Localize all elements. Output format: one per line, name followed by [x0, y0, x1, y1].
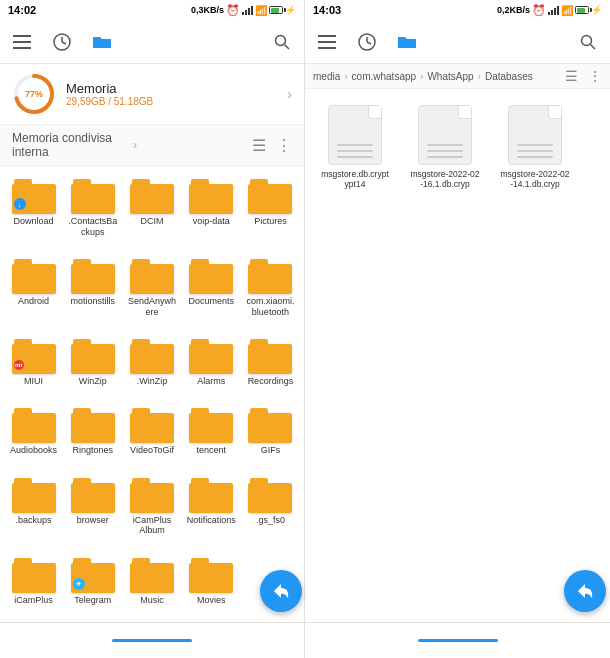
storage-info: 77% Memoria 29,59GB / 51.18GB › — [0, 64, 304, 125]
list-item[interactable]: DCIM — [122, 170, 181, 250]
list-item[interactable]: ↓ Download — [4, 170, 63, 250]
storage-title: Memoria — [66, 81, 277, 96]
list-item[interactable]: .ContactsBackups — [63, 170, 122, 250]
list-item[interactable]: ✈ Telegram — [63, 549, 122, 618]
db-files-grid: msgstore.db.cryptypt14 msgstore-2022-02-… — [305, 89, 610, 205]
signal-bars-left — [242, 6, 253, 15]
storage-chevron-icon[interactable]: › — [287, 86, 292, 102]
left-panel: 14:02 0,3KB/s ⏰ 📶 ⚡ — [0, 0, 305, 658]
storage-text: Memoria 29,59GB / 51.18GB — [66, 81, 277, 107]
list-item[interactable]: msgstore.db.cryptypt14 — [315, 105, 395, 189]
network-speed-right: 0,2KB/s — [497, 5, 530, 15]
section-header-chevron: › — [133, 138, 252, 152]
list-item[interactable]: msgstore-2022-02-14.1.db.cryp — [495, 105, 575, 189]
bottom-indicator-right — [418, 639, 498, 642]
list-item[interactable]: Pictures — [241, 170, 300, 250]
svg-rect-1 — [13, 41, 31, 43]
breadcrumb-com-whatsapp[interactable]: com.whatsapp — [352, 71, 416, 82]
svg-rect-11 — [318, 41, 336, 43]
list-item[interactable]: tencent — [182, 399, 241, 468]
list-item[interactable]: msgstore-2022-02-16.1.db.cryp — [405, 105, 485, 189]
status-bar-right: 14:03 0,2KB/s ⏰ 📶 ⚡ — [305, 0, 610, 20]
menu-button-right[interactable] — [313, 28, 341, 56]
list-item[interactable]: browser — [63, 469, 122, 549]
list-item[interactable]: VideoToGif — [122, 399, 181, 468]
search-button-right[interactable] — [574, 28, 602, 56]
alarm-icon: ⏰ — [226, 4, 240, 17]
list-item[interactable]: Music — [122, 549, 181, 618]
svg-line-5 — [62, 42, 66, 44]
folder-button-left[interactable] — [88, 28, 116, 56]
fab-left[interactable] — [260, 570, 302, 612]
toolbar-left — [0, 20, 304, 64]
section-header-label: Memoria condivisa interna — [12, 131, 131, 159]
status-icons-left: 0,3KB/s ⏰ 📶 ⚡ — [191, 4, 296, 17]
list-item[interactable]: voip-data — [182, 170, 241, 250]
list-item[interactable]: Android — [4, 250, 63, 330]
list-item[interactable]: iCamPlus Album — [122, 469, 181, 549]
list-item[interactable]: motionstills — [63, 250, 122, 330]
breadcrumb-whatsapp[interactable]: WhatsApp — [427, 71, 473, 82]
svg-rect-0 — [13, 35, 31, 37]
list-item[interactable]: Documents — [182, 250, 241, 330]
list-item[interactable]: com.xiaomi.bluetooth — [241, 250, 300, 330]
lightning-icon-right: ⚡ — [591, 5, 602, 15]
bottom-bar-left — [0, 622, 304, 658]
battery-icon-left — [269, 6, 283, 14]
list-item[interactable]: iCamPlus — [4, 549, 63, 618]
breadcrumb: media › com.whatsapp › WhatsApp › Databa… — [305, 64, 610, 89]
list-item[interactable]: Movies — [182, 549, 241, 618]
list-item[interactable]: Recordings — [241, 330, 300, 399]
bottom-bar-right — [305, 622, 610, 658]
svg-line-17 — [591, 44, 596, 49]
fab-right[interactable] — [564, 570, 606, 612]
signal-bars-right — [548, 6, 559, 15]
network-speed-left: 0,3KB/s — [191, 5, 224, 15]
time-right: 14:03 — [313, 4, 341, 16]
list-view-icon[interactable]: ☰ — [252, 136, 266, 155]
db-file-label-2: msgstore-2022-02-16.1.db.cryp — [410, 169, 480, 189]
folder-button-right[interactable] — [393, 28, 421, 56]
list-item[interactable]: SendAnywhere — [122, 250, 181, 330]
battery-fill-right — [577, 8, 585, 13]
status-icons-right: 0,2KB/s ⏰ 📶 ⚡ — [497, 4, 602, 17]
svg-rect-10 — [318, 35, 336, 37]
list-item[interactable]: mi MIUI — [4, 330, 63, 399]
db-file-icon-3 — [508, 105, 562, 165]
battery-icon-right — [575, 6, 589, 14]
status-bar-left: 14:02 0,3KB/s ⏰ 📶 ⚡ — [0, 0, 304, 20]
db-file-icon-2 — [418, 105, 472, 165]
battery-fill-left — [271, 8, 279, 13]
db-file-label-1: msgstore.db.cryptypt14 — [320, 169, 390, 189]
more-options-icon[interactable]: ⋮ — [276, 136, 292, 155]
list-item[interactable]: .backups — [4, 469, 63, 549]
history-button-left[interactable] — [48, 28, 76, 56]
right-spacer — [305, 205, 610, 622]
svg-point-6 — [276, 35, 286, 45]
svg-point-16 — [582, 35, 592, 45]
breadcrumb-databases[interactable]: Databases — [485, 71, 533, 82]
list-item[interactable]: .WinZip — [122, 330, 181, 399]
list-item[interactable]: Audiobooks — [4, 399, 63, 468]
svg-rect-2 — [13, 47, 31, 49]
wifi-icon-right: 📶 — [561, 5, 573, 16]
right-panel: 14:03 0,2KB/s ⏰ 📶 ⚡ — [305, 0, 610, 658]
breadcrumb-more-icon[interactable]: ⋮ — [588, 68, 602, 84]
time-left: 14:02 — [8, 4, 36, 16]
search-button-left[interactable] — [268, 28, 296, 56]
bottom-indicator-left — [112, 639, 192, 642]
alarm-icon-right: ⏰ — [532, 4, 546, 17]
list-item[interactable]: Alarms — [182, 330, 241, 399]
lightning-icon: ⚡ — [285, 5, 296, 15]
menu-button-left[interactable] — [8, 28, 36, 56]
list-toggle-icon[interactable]: ☰ — [565, 68, 578, 84]
list-item[interactable]: GIFs — [241, 399, 300, 468]
list-item[interactable]: Notifications — [182, 469, 241, 549]
svg-rect-12 — [318, 47, 336, 49]
list-item[interactable]: WinZip — [63, 330, 122, 399]
db-file-icon-1 — [328, 105, 382, 165]
history-button-right[interactable] — [353, 28, 381, 56]
list-item[interactable]: Ringtones — [63, 399, 122, 468]
list-item[interactable]: .gs_fs0 — [241, 469, 300, 549]
breadcrumb-media[interactable]: media — [313, 71, 340, 82]
